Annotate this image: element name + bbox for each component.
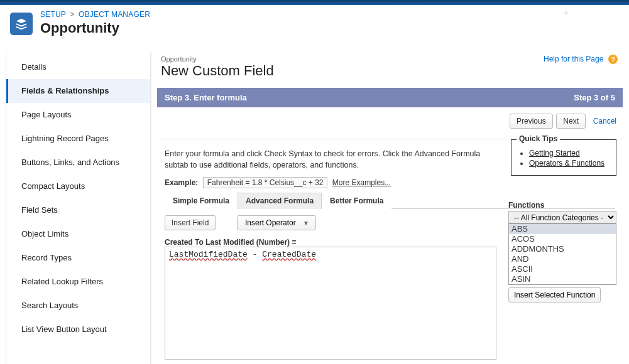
quick-tip-operators-functions[interactable]: Operators & Functions (529, 159, 604, 168)
sidebar-item-lightning-record-pages[interactable]: Lightning Record Pages (6, 127, 150, 151)
insert-selected-function-button[interactable]: Insert Selected Function (508, 287, 601, 302)
page-title: Opportunity (40, 20, 150, 36)
help-link[interactable]: Help for this Page (544, 55, 603, 63)
formula-textarea[interactable]: LastModifiedDate - CreatedDate (165, 247, 496, 360)
function-item-addmonths[interactable]: ADDMONTHS (509, 244, 616, 254)
breadcrumb-separator: > (70, 10, 74, 19)
chevron-down-icon: ▼ (303, 220, 309, 227)
example-label: Example: (165, 178, 198, 187)
function-list[interactable]: ABS ACOS ADDMONTHS AND ASCII ASIN (508, 223, 616, 285)
sidebar-item-page-layouts[interactable]: Page Layouts (6, 103, 150, 127)
formula-token-createddate: CreatedDate (262, 250, 316, 259)
tab-simple-formula[interactable]: Simple Formula (165, 193, 238, 209)
function-item-acos[interactable]: ACOS (509, 234, 616, 244)
help-icon[interactable]: ? (608, 55, 618, 64)
insert-field-button[interactable]: Insert Field (165, 215, 216, 230)
help-row: Help for this Page ? (544, 54, 618, 64)
sidebar-item-details[interactable]: Details (6, 55, 150, 79)
sidebar-item-field-sets[interactable]: Field Sets (6, 198, 150, 222)
functions-heading: Functions (508, 201, 616, 210)
step-bar-progress: Step 3 of 5 (574, 93, 615, 102)
app-top-bar (0, 0, 629, 5)
example-formula-box: Fahrenheit = 1.8 * Celsius__c + 32 (203, 177, 328, 188)
tab-advanced-formula[interactable]: Advanced Formula (238, 193, 322, 209)
insert-operator-label: Insert Operator (245, 218, 296, 227)
sidebar-item-search-layouts[interactable]: Search Layouts (6, 294, 150, 318)
quick-tips-legend: Quick Tips (517, 134, 560, 143)
step-bar: Step 3. Enter formula Step 3 of 5 (157, 88, 623, 107)
quick-tip-getting-started[interactable]: Getting Started (529, 149, 580, 158)
formula-instructions: Enter your formula and click Check Synta… (165, 148, 491, 171)
next-button[interactable]: Next (556, 114, 586, 129)
content-panel: Opportunity New Custom Field Help for th… (157, 51, 623, 360)
breadcrumb: SETUP > OBJECT MANAGER (40, 10, 150, 19)
tab-better-formula[interactable]: Better Formula (322, 193, 391, 209)
sidebar-item-record-types[interactable]: Record Types (6, 246, 150, 270)
function-item-abs[interactable]: ABS (509, 224, 616, 234)
sidebar: Details Fields & Relationships Page Layo… (6, 51, 151, 364)
formula-token-minus: - (248, 250, 262, 259)
sidebar-item-list-view-button-layout[interactable]: List View Button Layout (6, 318, 150, 341)
function-item-asin[interactable]: ASIN (509, 274, 616, 284)
quick-tips-box: Quick Tips Getting Started Operators & F… (511, 139, 616, 176)
example-row: Example: Fahrenheit = 1.8 * Celsius__c +… (165, 177, 615, 188)
setup-icon (10, 13, 33, 35)
breadcrumb-setup[interactable]: SETUP (40, 10, 66, 19)
insert-operator-button[interactable]: Insert Operator ▼ (237, 215, 316, 230)
sidebar-item-object-limits[interactable]: Object Limits (6, 222, 150, 246)
content-title: New Custom Field (157, 63, 623, 85)
function-item-ascii[interactable]: ASCII (509, 264, 616, 274)
sidebar-item-buttons-links-actions[interactable]: Buttons, Links, and Actions (6, 151, 150, 174)
cancel-link[interactable]: Cancel (593, 117, 616, 126)
sidebar-item-related-lookup-filters[interactable]: Related Lookup Filters (6, 270, 150, 294)
function-category-select[interactable]: -- All Function Categories -- (508, 211, 616, 223)
breadcrumb-object-manager[interactable]: OBJECT MANAGER (79, 10, 150, 19)
more-examples-link[interactable]: More Examples... (332, 178, 391, 187)
previous-button[interactable]: Previous (510, 114, 553, 129)
step-bar-title: Step 3. Enter formula (165, 93, 247, 102)
function-item-and[interactable]: AND (509, 254, 616, 264)
sidebar-item-fields-relationships[interactable]: Fields & Relationships (6, 79, 150, 103)
sidebar-item-compact-layouts[interactable]: Compact Layouts (6, 174, 150, 198)
formula-token-lastmodifieddate: LastModifiedDate (169, 250, 248, 259)
page-header: SETUP > OBJECT MANAGER Opportunity (0, 5, 629, 45)
